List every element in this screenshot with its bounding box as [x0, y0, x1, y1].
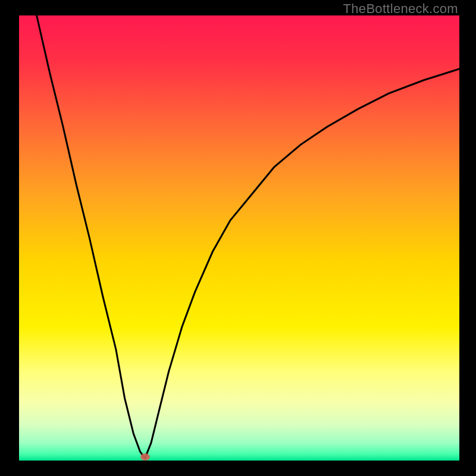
minimum-marker-icon	[140, 453, 150, 461]
outer-frame: TheBottleneck.com	[0, 0, 476, 476]
bottleneck-curve	[19, 15, 459, 461]
watermark-text: TheBottleneck.com	[343, 1, 458, 17]
plot-area	[19, 15, 459, 461]
